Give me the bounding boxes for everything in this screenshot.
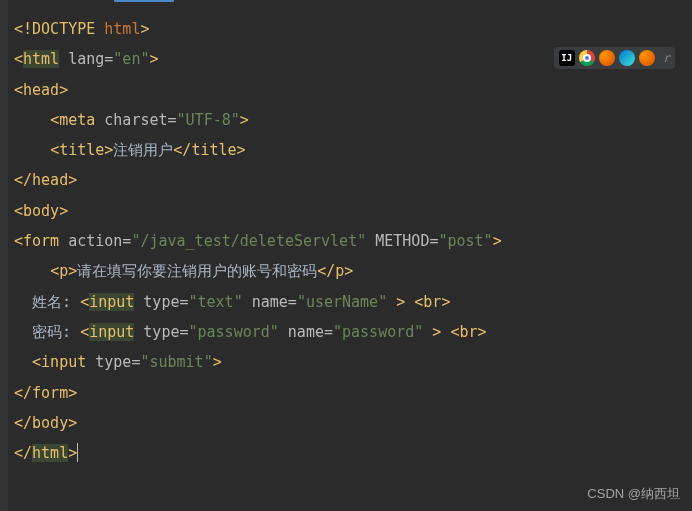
browser-toolbar: IJ r bbox=[554, 47, 675, 69]
code-editor[interactable]: <!DOCTYPE html> <html lang="en"> <head> … bbox=[0, 0, 692, 468]
code-line: </head> bbox=[14, 165, 692, 195]
code-line: </form> bbox=[14, 378, 692, 408]
editor-gutter bbox=[0, 0, 8, 511]
chrome-icon[interactable] bbox=[579, 50, 595, 66]
firefox-dev-icon[interactable] bbox=[639, 50, 655, 66]
code-line: <!DOCTYPE html> bbox=[14, 14, 692, 44]
code-line: <form action="/java_test/deleteServlet" … bbox=[14, 226, 692, 256]
code-line: <head> bbox=[14, 75, 692, 105]
code-line: <p>请在填写你要注销用户的账号和密码</p> bbox=[14, 256, 692, 286]
firefox-icon[interactable] bbox=[599, 50, 615, 66]
code-line: 密码: <input type="password" name="passwor… bbox=[14, 317, 692, 347]
code-line: <title>注销用户</title> bbox=[14, 135, 692, 165]
ide-icon[interactable]: IJ bbox=[559, 50, 575, 66]
run-indicator: r bbox=[659, 51, 670, 65]
active-tab-indicator bbox=[114, 0, 174, 2]
edge-icon[interactable] bbox=[619, 50, 635, 66]
code-line: <body> bbox=[14, 196, 692, 226]
code-line: </body> bbox=[14, 408, 692, 438]
code-line: <meta charset="UTF-8"> bbox=[14, 105, 692, 135]
code-line: 姓名: <input type="text" name="userName" >… bbox=[14, 287, 692, 317]
code-line: <input type="submit"> bbox=[14, 347, 692, 377]
text-cursor bbox=[77, 443, 78, 462]
watermark: CSDN @纳西坦 bbox=[587, 485, 680, 503]
code-line: </html> bbox=[14, 438, 692, 468]
